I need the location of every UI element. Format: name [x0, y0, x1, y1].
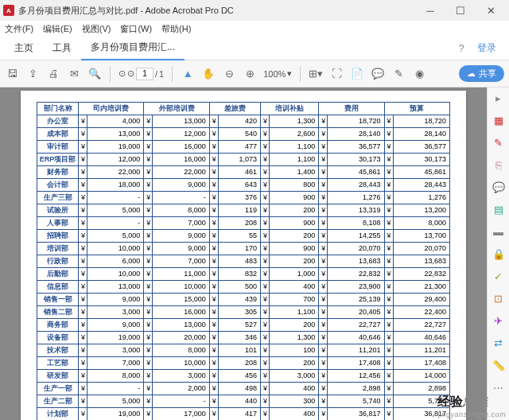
currency: ¥ [79, 115, 87, 128]
mail-icon[interactable]: ✉ [67, 67, 81, 81]
table-row: 试验所¥5,000¥8,000¥119¥200¥13,319¥13,200 [37, 204, 450, 217]
rtool-redact-icon[interactable]: ▬ [492, 226, 506, 240]
currency: ¥ [319, 281, 328, 294]
sign-icon[interactable]: ✎ [391, 67, 406, 81]
cell-value: 5,740 [328, 395, 384, 408]
hand-icon[interactable]: ✋ [201, 67, 216, 81]
cell-value: 13,319 [328, 204, 384, 217]
cell-value: 9,000 [87, 319, 144, 332]
cell-value: 12,456 [328, 370, 384, 383]
cell-value: 30,173 [393, 154, 449, 166]
rtool-scan-icon[interactable]: ⊡ [492, 293, 506, 307]
cell-value: 643 [218, 179, 260, 192]
zoom-level[interactable]: 100%▾ [263, 68, 292, 79]
currency: ¥ [209, 255, 218, 268]
page-up-icon[interactable]: ⊙ [119, 68, 126, 79]
menu-edit[interactable]: 编辑(E) [43, 23, 72, 35]
row-name: 生产一部 [37, 383, 79, 395]
cell-value: 19,000 [87, 141, 144, 154]
rtool-measure-icon[interactable]: 📏 [492, 360, 506, 374]
menu-help[interactable]: 帮助(H) [161, 23, 191, 35]
zoom-out-icon[interactable]: ⊖ [222, 67, 236, 81]
login-link[interactable]: 登录 [469, 41, 504, 55]
close-button[interactable]: ✕ [476, 0, 506, 21]
currency: ¥ [384, 141, 393, 154]
tab-tools[interactable]: 工具 [43, 37, 81, 60]
zoom-in-icon[interactable]: ⊕ [243, 67, 257, 81]
menu-view[interactable]: 视图(V) [82, 23, 111, 35]
menu-window[interactable]: 窗口(W) [120, 23, 152, 35]
rtool-edit-icon[interactable]: ✎ [492, 137, 506, 151]
page-down-icon[interactable]: ⊙ [127, 68, 134, 79]
cell-value: 1,100 [269, 154, 318, 166]
currency: ¥ [319, 204, 328, 217]
currency: ¥ [144, 192, 153, 204]
print-icon[interactable]: 🖨 [46, 67, 60, 81]
share-button[interactable]: ☁ 共享 [459, 65, 504, 82]
menu-file[interactable]: 文件(F) [5, 23, 33, 35]
currency: ¥ [384, 319, 393, 332]
currency: ¥ [384, 383, 393, 395]
tab-document[interactable]: 多月份项目费用汇... [81, 37, 185, 60]
layout-icon[interactable]: ⊞▾ [309, 67, 323, 81]
export-icon[interactable]: ⇪ [25, 67, 40, 81]
currency: ¥ [144, 243, 153, 255]
currency: ¥ [144, 217, 153, 230]
currency: ¥ [260, 357, 269, 370]
save-icon[interactable]: 🖫 [5, 67, 19, 81]
currency: ¥ [384, 357, 393, 370]
cell-value: 11,000 [153, 268, 209, 281]
row-name: 技术部 [37, 344, 79, 357]
currency: ¥ [144, 357, 153, 370]
currency: ¥ [319, 230, 328, 243]
rtool-send-icon[interactable]: ✈ [492, 315, 506, 329]
read-icon[interactable]: 📄 [350, 67, 364, 81]
cell-value: 7,000 [153, 255, 209, 268]
rtool-create-icon[interactable]: ▦ [492, 115, 506, 129]
page-input[interactable] [136, 68, 153, 80]
currency: ¥ [79, 383, 87, 395]
maximize-button[interactable]: ☐ [445, 0, 476, 21]
cell-value: 832 [218, 268, 260, 281]
stamp-icon[interactable]: ◉ [412, 67, 426, 81]
cell-value: 10,000 [87, 243, 144, 255]
cell-value: 13,000 [87, 128, 144, 141]
cell-value: 17,408 [328, 357, 384, 370]
cell-value: 417 [218, 408, 260, 421]
watermark: 经验总结 jingyanzongjie.com [437, 394, 506, 418]
currency: ¥ [319, 179, 328, 192]
rtool-compare-icon[interactable]: ⇄ [492, 337, 506, 352]
currency: ¥ [384, 230, 393, 243]
rtool-comment-icon[interactable]: 💬 [492, 181, 506, 196]
right-toolbar: ▸ ▦ ✎ ⎘ 💬 ▤ ▬ 🔒 ✓ ⊡ ✈ ⇄ 📏 ⋯ [487, 88, 509, 420]
currency: ¥ [209, 306, 218, 319]
currency: ¥ [260, 319, 269, 332]
pointer-icon[interactable]: ▲ [181, 67, 195, 81]
currency: ¥ [144, 408, 153, 421]
table-row: 研发部¥8,000¥3,000¥456¥3,000¥12,456¥14,000 [37, 370, 450, 383]
tab-home[interactable]: 主页 [5, 37, 43, 60]
currency: ¥ [384, 128, 393, 141]
currency: ¥ [260, 268, 269, 281]
rtool-protect-icon[interactable]: 🔒 [492, 248, 506, 262]
rtool-arrow-icon[interactable]: ▸ [492, 92, 506, 107]
comment-icon[interactable]: 💬 [371, 67, 385, 81]
tabs-bar: 主页 工具 多月份项目费用汇... ? 登录 [0, 37, 509, 60]
search-icon[interactable]: 🔍 [87, 67, 102, 81]
rtool-fill-icon[interactable]: ✓ [492, 270, 506, 285]
cell-value: 17,000 [153, 408, 209, 421]
fit-icon[interactable]: ⛶ [329, 67, 344, 81]
help-icon[interactable]: ? [453, 43, 469, 54]
currency: ¥ [260, 154, 269, 166]
cell-value: 1,300 [269, 115, 318, 128]
currency: ¥ [209, 281, 218, 294]
minimize-button[interactable]: ─ [415, 0, 445, 21]
rtool-export-icon[interactable]: ⎘ [492, 159, 506, 173]
currency: ¥ [144, 268, 153, 281]
page-total: 1 [159, 69, 164, 79]
rtool-organize-icon[interactable]: ▤ [492, 204, 506, 218]
document-viewport[interactable]: 部门名称司内培训费外部培训费差旅费培训补贴费用预算 办公室¥4,000¥13,0… [0, 88, 487, 420]
currency: ¥ [260, 192, 269, 204]
currency: ¥ [79, 408, 87, 421]
cell-value: 400 [269, 281, 318, 294]
